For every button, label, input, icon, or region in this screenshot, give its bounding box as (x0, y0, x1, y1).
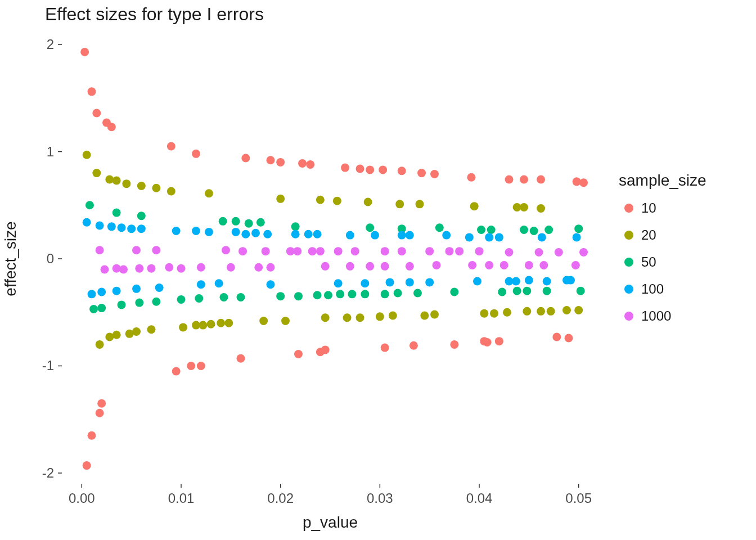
chart-container: Effect sizes for type I errors0.000.010.… (0, 0, 756, 540)
data-point (152, 246, 160, 254)
data-point (137, 182, 146, 190)
data-point (267, 156, 275, 164)
data-point (256, 218, 265, 227)
data-point (100, 266, 109, 274)
data-point (96, 340, 104, 349)
data-point (398, 166, 406, 175)
data-point (241, 230, 250, 238)
data-point (155, 284, 164, 292)
data-point (152, 184, 160, 192)
data-point (495, 233, 503, 241)
data-point (389, 311, 397, 320)
legend-item-label: 10 (641, 200, 656, 215)
data-point (306, 160, 314, 169)
data-point (480, 309, 488, 318)
data-point (267, 263, 275, 272)
data-point (137, 224, 146, 233)
data-point (132, 327, 141, 336)
data-point (304, 230, 313, 238)
data-point (334, 247, 343, 255)
data-point (543, 277, 551, 286)
data-point (530, 227, 538, 235)
data-point (435, 223, 444, 232)
data-point (539, 261, 548, 269)
data-point (498, 288, 506, 296)
legend-swatch (624, 312, 633, 321)
data-point (490, 309, 498, 318)
data-point (417, 169, 426, 177)
data-point (410, 341, 418, 350)
data-point (565, 334, 573, 342)
data-point (267, 280, 275, 289)
data-point (316, 196, 325, 204)
data-point (321, 262, 330, 271)
data-point (455, 247, 464, 255)
data-point (179, 323, 187, 331)
data-point (96, 409, 104, 417)
data-point (356, 165, 364, 173)
data-point (552, 333, 561, 341)
data-point (88, 431, 96, 440)
data-point (308, 247, 317, 255)
data-point (219, 293, 228, 302)
data-point (547, 307, 555, 316)
data-point (259, 317, 268, 325)
data-point (398, 231, 406, 240)
data-point (450, 288, 458, 296)
data-point (276, 195, 285, 203)
data-point (135, 264, 143, 273)
data-point (366, 165, 374, 174)
data-point (386, 278, 394, 286)
data-point (537, 204, 545, 213)
legend-swatch (624, 285, 633, 294)
data-point (324, 291, 332, 299)
data-point (83, 218, 91, 227)
data-point (376, 312, 384, 321)
data-point (505, 248, 514, 256)
data-point (205, 228, 213, 236)
data-point (523, 307, 531, 316)
data-point (425, 247, 434, 255)
data-point (147, 325, 156, 334)
data-point (135, 299, 143, 307)
data-point (430, 310, 439, 319)
data-point (395, 200, 404, 208)
data-point (520, 203, 528, 212)
data-point (572, 261, 580, 269)
data-point (80, 48, 89, 56)
data-point (313, 230, 322, 238)
data-point (579, 248, 588, 256)
data-point (416, 200, 424, 208)
data-point (480, 337, 488, 345)
data-point (495, 337, 503, 345)
data-point (525, 261, 533, 269)
data-point (343, 313, 352, 322)
y-axis-label: effect_size (2, 221, 19, 296)
data-point (132, 246, 141, 254)
data-point (118, 300, 126, 309)
data-point (251, 229, 260, 237)
data-point (172, 227, 181, 235)
data-point (406, 262, 414, 271)
data-point (574, 224, 583, 233)
y-tick-label: 2 (47, 37, 54, 52)
data-point (192, 150, 200, 158)
data-point (406, 231, 414, 240)
data-point (219, 217, 227, 226)
data-point (88, 290, 96, 298)
data-point (446, 247, 454, 255)
data-point (420, 311, 429, 320)
data-point (215, 279, 223, 287)
data-point (470, 202, 479, 210)
data-point (276, 158, 285, 166)
data-point (366, 262, 374, 271)
data-point (520, 226, 528, 234)
data-point (467, 173, 475, 182)
data-point (294, 350, 303, 358)
x-tick-label: 0.01 (168, 490, 195, 506)
data-point (574, 306, 583, 314)
data-point (152, 298, 160, 306)
data-point (346, 231, 354, 240)
data-point (172, 367, 181, 376)
data-point (197, 263, 205, 272)
